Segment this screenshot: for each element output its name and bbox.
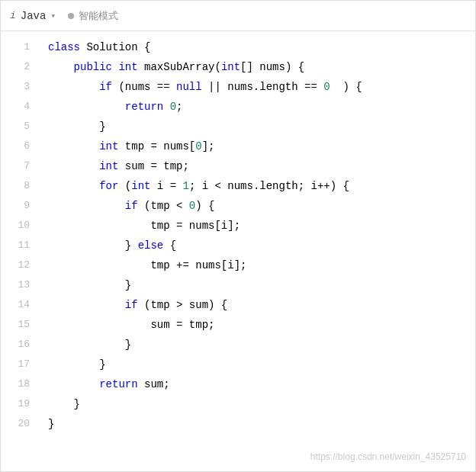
lang-icon: i — [10, 10, 16, 21]
code-line: public int maxSubArray(int[] nums) { — [48, 57, 466, 77]
code-line: } — [48, 275, 466, 295]
code-content[interactable]: class Solution { public int maxSubArray(… — [39, 31, 475, 471]
code-line: if (tmp < 0) { — [48, 196, 466, 216]
code-line: sum = tmp; — [48, 315, 466, 335]
lang-name: Java — [21, 10, 47, 22]
watermark: https://blog.csdn.net/weixin_43525710 — [310, 447, 466, 467]
code-line: if (nums == null || nums.length == 0 ) { — [48, 77, 466, 97]
mode-dot-icon — [68, 13, 74, 19]
code-line: for (int i = 1; i < nums.length; i++) { — [48, 176, 466, 196]
code-line: } — [48, 394, 466, 414]
code-line: if (tmp > sum) { — [48, 295, 466, 315]
code-area: 1234567891011121314151617181920 class So… — [1, 31, 475, 471]
mode-label: 智能模式 — [79, 9, 118, 23]
code-line: return sum; — [48, 374, 466, 394]
code-line: return 0; — [48, 97, 466, 117]
toolbar: i Java ▾ 智能模式 — [1, 1, 475, 31]
chevron-down-icon: ▾ — [50, 11, 56, 21]
code-line: } — [48, 335, 466, 355]
code-line: } else { — [48, 236, 466, 255]
language-selector[interactable]: i Java ▾ — [10, 10, 56, 22]
line-numbers: 1234567891011121314151617181920 — [1, 31, 39, 471]
code-line: } — [48, 414, 466, 434]
code-line: } — [48, 117, 466, 136]
code-line: class Solution { — [48, 37, 466, 57]
code-line: tmp += nums[i]; — [48, 255, 466, 275]
editor-container: i Java ▾ 智能模式 12345678910111213141516171… — [0, 0, 476, 472]
code-line: } — [48, 355, 466, 374]
code-line: int tmp = nums[0]; — [48, 136, 466, 156]
code-line: tmp = nums[i]; — [48, 216, 466, 236]
mode-indicator: 智能模式 — [68, 9, 118, 23]
code-line: int sum = tmp; — [48, 156, 466, 176]
